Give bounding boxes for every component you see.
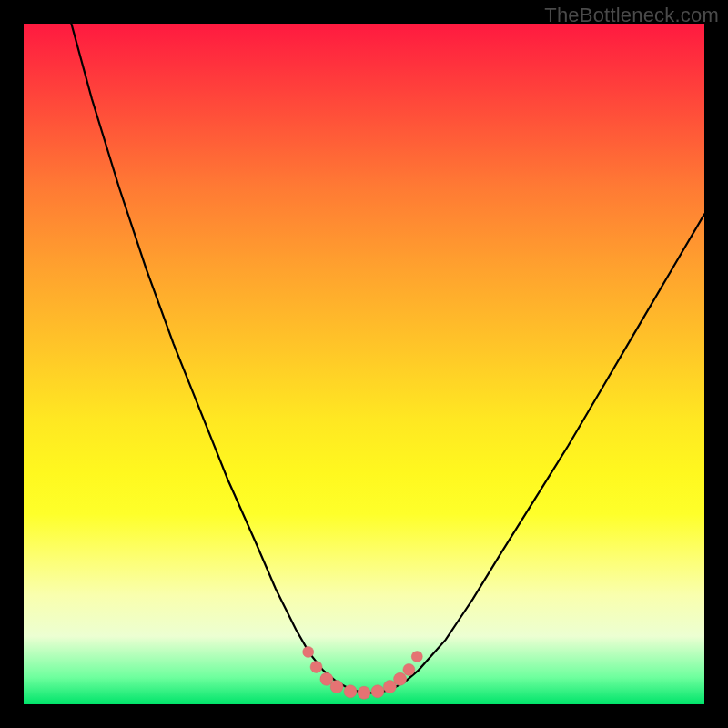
- highlight-dot: [358, 686, 370, 699]
- chart-frame: TheBottleneck.com: [0, 0, 728, 728]
- bottom-marker-group: [303, 646, 423, 699]
- highlight-dot: [394, 672, 407, 685]
- main-curve-path: [71, 24, 704, 693]
- highlight-dot: [411, 652, 422, 662]
- highlight-dot: [371, 685, 384, 698]
- highlight-dot: [310, 661, 322, 672]
- highlight-dot: [330, 681, 343, 693]
- watermark-text: TheBottleneck.com: [544, 4, 719, 27]
- highlight-dot: [403, 663, 415, 675]
- chart-svg: [24, 24, 704, 704]
- plot-area: [24, 24, 704, 704]
- highlight-dot: [344, 685, 357, 698]
- highlight-dot: [303, 646, 314, 657]
